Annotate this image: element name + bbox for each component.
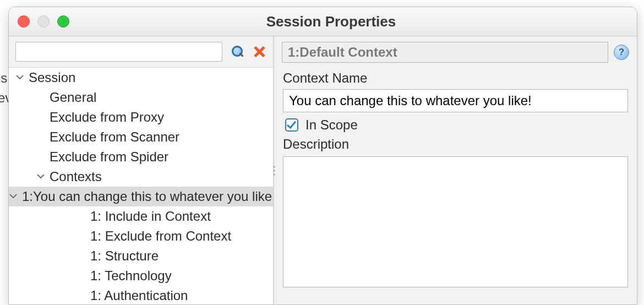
close-window-button[interactable] xyxy=(18,15,30,28)
chevron-down-icon[interactable] xyxy=(9,192,19,201)
tree-search-input[interactable] xyxy=(15,42,222,62)
clear-icon xyxy=(252,45,265,58)
nav-tree[interactable]: Session General Exclude from Proxy Exclu… xyxy=(9,68,273,305)
in-scope-label: In Scope xyxy=(305,117,358,133)
split-handle[interactable] xyxy=(273,166,275,176)
clear-search-button[interactable] xyxy=(251,44,266,59)
tree-label: 1: Structure xyxy=(90,246,159,266)
tree-label: 1:You can change this to whatever you li… xyxy=(22,187,273,206)
breadcrumb: 1:Default Context xyxy=(282,42,608,63)
tree-node-authentication[interactable]: 1: Authentication xyxy=(9,286,273,305)
tree-node-exclude-scanner[interactable]: Exclude from Scanner xyxy=(9,127,273,147)
titlebar[interactable]: Session Properties xyxy=(9,7,637,36)
tree-node-exclude-proxy[interactable]: Exclude from Proxy xyxy=(9,107,273,127)
description-label: Description xyxy=(283,137,628,152)
sidebar: Session General Exclude from Proxy Exclu… xyxy=(9,36,274,305)
tree-node-context-1[interactable]: 1:You can change this to whatever you li… xyxy=(9,187,273,206)
search-icon xyxy=(231,46,243,58)
tree-label: 1: Authentication xyxy=(90,286,188,305)
tree-node-session[interactable]: Session xyxy=(9,68,273,88)
tree-label: Contexts xyxy=(50,167,102,187)
help-icon: ? xyxy=(619,47,624,58)
help-button[interactable]: ? xyxy=(614,45,629,60)
detail-header: 1:Default Context ? xyxy=(274,36,637,68)
viewport: is ev Session Properties xyxy=(0,0,644,305)
description-textarea[interactable] xyxy=(283,156,628,287)
tree-label: 1: Include in Context xyxy=(90,206,211,226)
tree-node-include-in-context[interactable]: 1: Include in Context xyxy=(9,206,273,226)
tree-label: 1: Technology xyxy=(90,266,172,286)
chevron-down-icon[interactable] xyxy=(15,73,25,83)
tree-label: Exclude from Spider xyxy=(50,147,168,167)
tree-node-structure[interactable]: 1: Structure xyxy=(9,246,273,266)
tree-label: Exclude from Proxy xyxy=(50,107,164,127)
tree-node-general[interactable]: General xyxy=(9,88,273,107)
context-name-label: Context Name xyxy=(283,70,628,86)
search-button[interactable] xyxy=(229,44,244,59)
context-form: Context Name In Scope Description xyxy=(274,68,637,287)
context-name-input[interactable] xyxy=(283,89,628,112)
window-title: Session Properties xyxy=(34,13,628,30)
tree-label: Exclude from Scanner xyxy=(50,127,179,147)
window-body: Session General Exclude from Proxy Exclu… xyxy=(9,36,637,305)
tree-label: 1: Exclude from Context xyxy=(90,226,231,246)
session-properties-window: Session Properties xyxy=(8,7,637,305)
tree-label: Session xyxy=(29,68,75,88)
bg-text-1: is xyxy=(0,70,7,86)
in-scope-checkbox[interactable] xyxy=(285,118,298,132)
tree-node-technology[interactable]: 1: Technology xyxy=(9,266,273,286)
tree-node-exclude-from-context[interactable]: 1: Exclude from Context xyxy=(9,226,273,246)
tree-label: General xyxy=(50,88,96,107)
chevron-down-icon[interactable] xyxy=(36,172,46,182)
tree-node-exclude-spider[interactable]: Exclude from Spider xyxy=(9,147,273,167)
sidebar-toolbar xyxy=(9,36,273,68)
tree-node-contexts[interactable]: Contexts xyxy=(9,167,273,187)
detail-pane: 1:Default Context ? Context Name In Scop… xyxy=(274,36,637,305)
